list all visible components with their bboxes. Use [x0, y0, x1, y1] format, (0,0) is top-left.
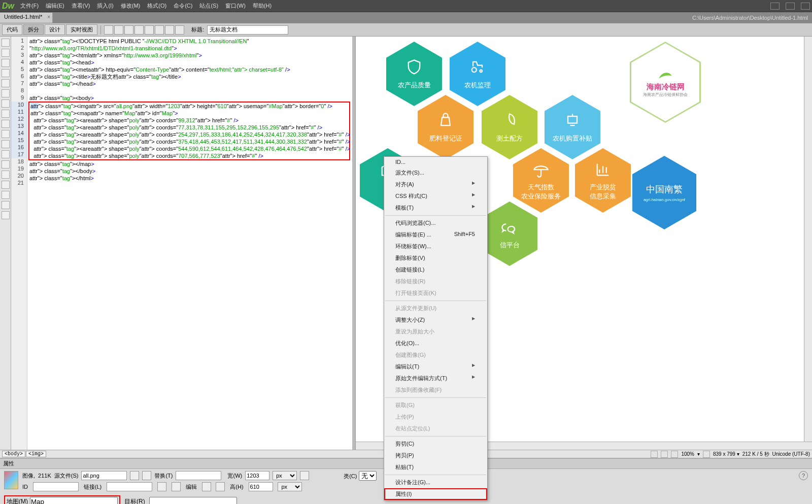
ctx-item[interactable]: 优化(O)...: [384, 338, 487, 349]
vtool-icon[interactable]: [2, 69, 10, 77]
hexagon-tile[interactable]: 肥料登记证: [418, 95, 473, 159]
link-folder-icon[interactable]: [157, 482, 166, 491]
hexagon-tile[interactable]: 产业脱贫信息采集: [575, 148, 631, 213]
menu-format[interactable]: 格式(O): [147, 2, 166, 10]
ctx-item[interactable]: 编辑以(T): [384, 361, 487, 373]
tool-icon-2[interactable]: [114, 25, 123, 35]
link-browse-icon[interactable]: [172, 482, 181, 491]
ctx-item[interactable]: 拷贝(P): [384, 450, 487, 461]
ctx-item[interactable]: 编辑标签(E) ...Shift+F5: [384, 229, 487, 241]
menu-view[interactable]: 查看(V): [72, 2, 90, 10]
ctx-item[interactable]: 粘贴(T): [384, 461, 487, 473]
menu-insert[interactable]: 插入(I): [97, 2, 113, 10]
ctx-item[interactable]: 模板(T): [384, 202, 487, 214]
vtool-icon[interactable]: [2, 110, 10, 118]
document-tab[interactable]: Untitled-1.html* ×: [0, 13, 53, 23]
tool-icon-7[interactable]: [165, 25, 174, 35]
menu-modify[interactable]: 修改(M): [121, 2, 141, 10]
ctx-item[interactable]: 设计备注(G)...: [384, 477, 487, 488]
blue-logo-hex[interactable]: 中国南繁agri.hainan.gov.cn/zgnf: [632, 156, 696, 229]
title-input[interactable]: [207, 25, 288, 35]
pointer-icon[interactable]: [651, 451, 658, 458]
view-design-button[interactable]: 设计: [45, 24, 65, 35]
view-live-button[interactable]: 实时视图: [66, 24, 97, 35]
vtool-icon[interactable]: [2, 171, 10, 179]
width-unit-select[interactable]: px: [273, 471, 297, 480]
vtool-icon[interactable]: [2, 140, 10, 148]
class-select[interactable]: 无: [359, 471, 377, 481]
ctx-item[interactable]: 对齐(A): [384, 179, 487, 190]
hexagon-tile[interactable]: 农机监理: [450, 42, 505, 106]
hexagon-tile[interactable]: 农机购置补贴: [545, 95, 600, 159]
vtool-icon[interactable]: [2, 181, 10, 189]
menu-help[interactable]: 帮助(H): [253, 2, 272, 10]
hexagon-tile[interactable]: 信平台: [482, 201, 537, 266]
menu-edit[interactable]: 编辑(E): [46, 2, 64, 10]
ctx-item[interactable]: 剪切(C): [384, 438, 487, 450]
view-split-button[interactable]: 拆分: [23, 24, 44, 35]
menu-site[interactable]: 站点(S): [199, 2, 218, 10]
close-icon[interactable]: ×: [47, 14, 50, 20]
target-input[interactable]: [149, 497, 237, 504]
tag-crumb-img[interactable]: <img>: [26, 451, 46, 457]
vtool-icon[interactable]: [2, 160, 10, 169]
ctx-item[interactable]: 代码浏览器(C)...: [384, 217, 487, 229]
vtool-icon[interactable]: [2, 59, 10, 67]
tool-icon-6[interactable]: [155, 25, 164, 35]
vtool-icon[interactable]: [2, 120, 10, 128]
ctx-item[interactable]: 属性(I): [384, 488, 487, 500]
tool-icon-5[interactable]: [145, 25, 154, 35]
tag-crumb-body[interactable]: <body>: [2, 451, 25, 457]
link-input[interactable]: [107, 482, 152, 491]
vtool-icon[interactable]: [2, 191, 10, 199]
vertical-scrollbar[interactable]: [804, 37, 812, 442]
menu-commands[interactable]: 命令(C): [174, 2, 192, 10]
alt-input[interactable]: [176, 471, 221, 480]
tool-icon-1[interactable]: [104, 25, 113, 35]
tool-icon-8[interactable]: [175, 25, 184, 35]
src-input[interactable]: [81, 471, 127, 480]
hexagon-tile[interactable]: 测土配方: [482, 95, 537, 159]
id-input[interactable]: [33, 482, 79, 491]
vtool-icon[interactable]: [2, 130, 10, 138]
src-browse-icon[interactable]: [142, 471, 151, 480]
ctx-item[interactable]: 源文件(S)...: [384, 167, 487, 179]
menu-window[interactable]: 窗口(W): [225, 2, 246, 10]
code-editor[interactable]: attr"> class="tag"><!DOCTYPE html PUBLIC…: [27, 37, 352, 450]
edit-ps-icon[interactable]: [202, 482, 211, 491]
tool-icon-4[interactable]: [134, 25, 144, 35]
help-icon[interactable]: ?: [799, 471, 808, 480]
lock-icon[interactable]: [300, 471, 309, 480]
vtool-icon[interactable]: [2, 39, 10, 47]
vtool-icon[interactable]: [2, 99, 10, 108]
tool-icon-3[interactable]: [124, 25, 133, 35]
vtool-icon[interactable]: [2, 201, 10, 209]
zoom-value[interactable]: 100%: [681, 451, 694, 457]
layout-toggle-2-icon[interactable]: [786, 3, 795, 10]
ctx-item[interactable]: 调整大小(Z): [384, 314, 487, 326]
ctx-item[interactable]: 删除标签(V): [384, 252, 487, 264]
zoom-icon[interactable]: [671, 451, 678, 458]
vtool-icon[interactable]: [2, 79, 10, 87]
logo-hex[interactable]: 海南冷链网海南农产品冷链保鲜协会: [630, 42, 701, 123]
ctx-item[interactable]: CSS 样式(C): [384, 190, 487, 202]
layout-toggle-3-icon[interactable]: [801, 3, 810, 10]
ctx-item[interactable]: 创建链接(L): [384, 264, 487, 276]
hexagon-tile[interactable]: 农产品质量: [386, 42, 442, 106]
map-input[interactable]: [30, 497, 118, 504]
ctx-item[interactable]: ID...: [384, 157, 487, 167]
hexagon-tile[interactable]: 天气指数农业保险服务: [513, 148, 569, 213]
vtool-icon[interactable]: [2, 89, 10, 97]
src-folder-icon[interactable]: [130, 471, 139, 480]
menu-file[interactable]: 文件(F): [20, 2, 39, 10]
view-code-button[interactable]: 代码: [2, 24, 22, 35]
dimensions-label[interactable]: 839 x 799 ▾: [713, 451, 739, 457]
hand-icon[interactable]: [661, 451, 668, 458]
height-unit-select[interactable]: px: [278, 482, 302, 491]
vtool-icon[interactable]: [2, 49, 10, 57]
vtool-icon[interactable]: [2, 211, 10, 219]
vtool-icon[interactable]: [2, 150, 10, 158]
width-input[interactable]: [245, 471, 269, 480]
ctx-item[interactable]: 原始文件编辑方式(T): [384, 373, 487, 384]
layout-toggle-1-icon[interactable]: [770, 3, 780, 10]
